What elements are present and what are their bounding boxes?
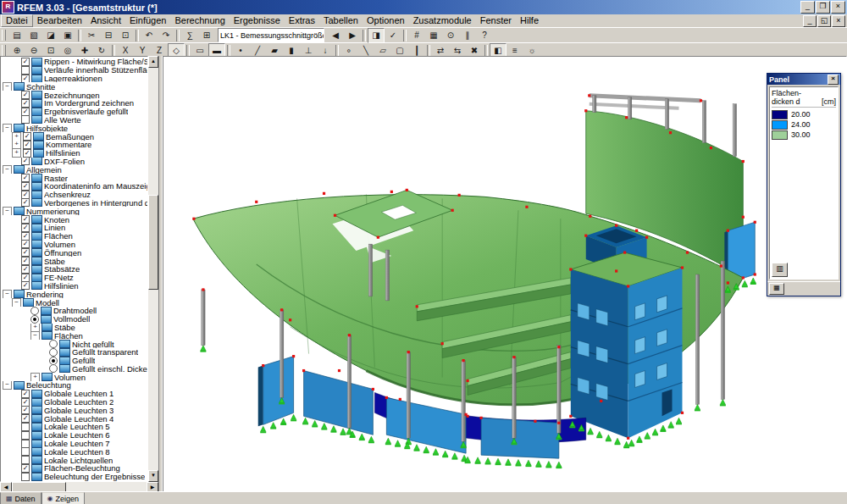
tree-item-dxf-folien[interactable]: ✓DXF-Folien — [1, 158, 147, 166]
menu-tabellen[interactable]: Tabellen — [319, 15, 363, 26]
snap-points-button[interactable]: ⊙ — [442, 28, 459, 43]
window-close-button[interactable]: × — [831, 1, 845, 14]
checkbox[interactable] — [21, 447, 30, 456]
collapse-icon[interactable]: − — [30, 331, 40, 340]
checkbox[interactable]: ✓ — [21, 199, 30, 208]
collapse-icon[interactable]: − — [3, 207, 12, 215]
menu-einfügen[interactable]: Einfügen — [125, 15, 170, 26]
tree-item-nummerierung[interactable]: −Nummerierung — [1, 207, 147, 215]
calculate-button[interactable]: ∑ — [181, 28, 198, 43]
radio-button[interactable] — [30, 315, 39, 324]
tree-item-globale-leuchten-3[interactable]: ✓Globale Leuchten 3 — [1, 406, 147, 414]
tree-item-hilfslinien[interactable]: ✓Hilfslinien — [1, 282, 147, 291]
menu-hilfe[interactable]: Hilfe — [516, 15, 543, 26]
menu-bearbeiten[interactable]: Bearbeiten — [33, 15, 86, 26]
tree-item-stäbe[interactable]: ✓Stäbe — [1, 257, 147, 265]
checkbox[interactable]: ✓ — [21, 191, 30, 199]
checkbox[interactable]: ✓ — [21, 99, 30, 108]
paste-button[interactable]: ⊡ — [117, 28, 134, 43]
menu-ergebnisse[interactable]: Ergebnisse — [230, 15, 285, 26]
checkbox[interactable]: ✓ — [21, 241, 30, 249]
window-minimize-button[interactable]: _ — [800, 1, 815, 14]
tree-item-beleuchtung[interactable]: −Beleuchtung — [1, 381, 147, 390]
load-case-combo[interactable]: LK1 - Bemessungsschnittgröße▼ — [218, 28, 324, 42]
help-button[interactable]: ? — [476, 28, 493, 43]
prev-load-case-button[interactable]: ◀ — [327, 28, 344, 43]
show-values-button[interactable]: ✓ — [385, 28, 401, 43]
checkbox[interactable]: ✓ — [21, 58, 30, 66]
tree-item-rippen-mitwirkung-fläche-stab[interactable]: ✓Rippen - Mitwirkung Fläche/Stab — [1, 58, 147, 66]
checkbox[interactable]: ✓ — [21, 274, 30, 282]
tree-item-gefüllt[interactable]: Gefüllt — [1, 357, 147, 365]
tree-item-ergebnisverläufe-gefüllt[interactable]: ✓Ergebnisverläufe gefüllt — [1, 108, 147, 116]
undo-button[interactable]: ↶ — [141, 28, 158, 43]
cut-button[interactable]: ✂ — [83, 28, 100, 43]
menu-optionen[interactable]: Optionen — [363, 15, 409, 26]
tree-item-verläufe-innerhalb-stützenfläche[interactable]: Verläufe innerhalb Stützenfläche — [1, 66, 147, 75]
checkbox[interactable]: ✓ — [21, 232, 30, 241]
toolbar-grip[interactable] — [2, 45, 6, 56]
checkbox[interactable]: ✓ — [23, 141, 31, 149]
tree-item-globale-leuchten-1[interactable]: ✓Globale Leuchten 1 — [1, 390, 147, 398]
tree-item-koordinateninfo-am-mauszeiger[interactable]: ✓Koordinateninfo am Mauszeiger — [1, 182, 147, 191]
panel-options-button[interactable]: ▥ — [772, 263, 788, 277]
open-file-button[interactable]: ▧ — [25, 28, 42, 43]
tree-item-alle-werte[interactable]: Alle Werte — [1, 116, 147, 125]
checkbox[interactable]: ✓ — [21, 398, 30, 407]
checkbox[interactable]: ✓ — [21, 91, 30, 99]
radio-button[interactable] — [49, 364, 58, 373]
menu-ansicht[interactable]: Ansicht — [86, 15, 125, 26]
model-view[interactable]: Panel × Flächen- dicken d [cm] 20.0024.0… — [163, 56, 847, 492]
checkbox[interactable]: ✓ — [21, 265, 30, 274]
tree-item-hilfsobjekte[interactable]: −Hilfsobjekte — [1, 124, 147, 132]
mdi-minimize-button[interactable]: _ — [803, 15, 817, 27]
expand-icon[interactable]: + — [12, 132, 21, 141]
tree-item-lokale-leuchten-8[interactable]: Lokale Leuchten 8 — [1, 447, 147, 456]
tree-item-achsenkreuz[interactable]: ✓Achsenkreuz — [1, 191, 147, 199]
model-canvas[interactable] — [163, 57, 846, 491]
mdi-restore-button[interactable]: ◱ — [817, 15, 831, 27]
checkbox[interactable]: ✓ — [21, 182, 30, 191]
checkbox[interactable] — [21, 473, 30, 481]
checkbox[interactable] — [21, 116, 30, 125]
radio-button[interactable] — [49, 357, 58, 365]
mdi-close-button[interactable]: × — [832, 15, 845, 27]
menu-berechnung[interactable]: Berechnung — [170, 15, 229, 26]
checkbox[interactable]: ✓ — [21, 406, 30, 414]
checkbox[interactable] — [21, 440, 30, 448]
expand-icon[interactable]: + — [12, 149, 21, 158]
tables-button[interactable]: ⊞ — [198, 28, 215, 43]
panel-close-button[interactable]: × — [828, 75, 839, 85]
panel-title-bar[interactable]: Panel × — [767, 74, 840, 85]
expand-icon[interactable]: + — [12, 141, 21, 149]
redo-button[interactable]: ↷ — [158, 28, 174, 43]
tree-item-globale-leuchten-2[interactable]: ✓Globale Leuchten 2 — [1, 398, 147, 407]
collapse-icon[interactable]: − — [12, 298, 21, 307]
radio-button[interactable] — [49, 348, 58, 357]
checkbox[interactable]: ✓ — [21, 215, 30, 224]
tree-item-verborgenes-in-hintergrund-darstellen[interactable]: ✓Verborgenes in Hintergrund darstellen — [1, 199, 147, 208]
tree-item-modell[interactable]: −Modell — [1, 298, 147, 307]
tree-item-stäbe[interactable]: +Stäbe — [1, 324, 147, 332]
guidelines-button[interactable]: ∥ — [459, 28, 476, 43]
new-file-button[interactable]: ▤ — [8, 28, 25, 43]
checkbox[interactable] — [21, 423, 30, 431]
tree-item-stabsätze[interactable]: ✓Stabsätze — [1, 265, 147, 274]
tree-item-linien[interactable]: ✓Linien — [1, 224, 147, 232]
tree-item-im-vordergrund-zeichnen[interactable]: ✓Im Vordergrund zeichnen — [1, 99, 147, 108]
numbering-button[interactable]: # — [408, 28, 425, 43]
checkbox[interactable]: ✓ — [21, 224, 30, 232]
scroll-up-arrow[interactable]: ▲ — [148, 56, 158, 68]
tree-item-flächen-beleuchtung[interactable]: ✓Flächen-Beleuchtung — [1, 464, 147, 473]
show-results-button[interactable]: ◨ — [368, 28, 385, 43]
tree-item-allgemein[interactable]: −Allgemein — [1, 165, 147, 174]
tree-item-kommentare[interactable]: +✓Kommentare — [1, 141, 147, 149]
toolbar-grip[interactable] — [2, 30, 6, 41]
collapse-icon[interactable]: − — [3, 124, 12, 132]
show-grid-button[interactable]: ▦ — [425, 28, 442, 43]
tree-item-rendering[interactable]: −Rendering — [1, 290, 147, 298]
collapse-icon[interactable]: − — [3, 381, 12, 390]
tree-item-öffnungen[interactable]: ✓Öffnungen — [1, 248, 147, 257]
checkbox[interactable]: ✓ — [21, 174, 30, 182]
checkbox[interactable] — [21, 66, 30, 75]
